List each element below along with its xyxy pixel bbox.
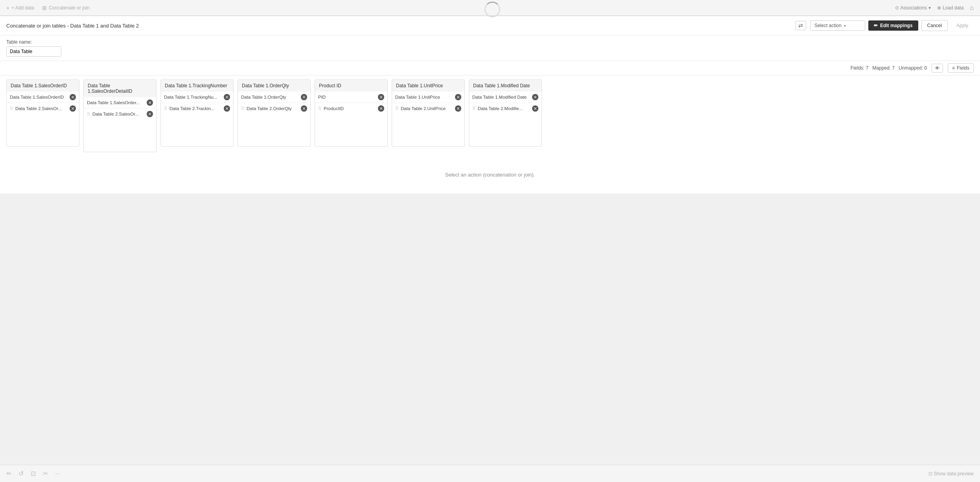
remove-field-button[interactable]: ×	[378, 94, 384, 100]
remove-field-button[interactable]: ×	[301, 105, 307, 112]
close-icon: ×	[70, 105, 76, 112]
row-text: Data Table 2.SalesOr...	[92, 112, 145, 116]
top-right-actions: ⊙ Associations ▾ ⊕ Load data ⌂	[895, 4, 974, 11]
grid-tool-button[interactable]: ⊡	[31, 470, 36, 477]
main-panel: Concatenate or join tables - Data Table …	[0, 16, 980, 193]
column-header: Data Table 1.OrderQty	[238, 79, 311, 92]
associations-button[interactable]: ⊙ Associations ▾	[895, 5, 931, 11]
remove-field-button[interactable]: ×	[455, 94, 461, 100]
remove-field-button[interactable]: ×	[532, 94, 538, 100]
chevron-down-icon: ▾	[844, 24, 846, 28]
table2-row: ⠿Data Table 2.Trackin...×	[161, 103, 233, 114]
close-icon: ×	[301, 94, 307, 100]
remove-field-button[interactable]: ×	[301, 94, 307, 100]
column-card: Product IDPID×⠿ProductID×	[315, 79, 388, 152]
row-text: PID	[318, 95, 376, 99]
close-icon: ×	[378, 94, 384, 100]
cancel-button[interactable]: Cancel	[921, 20, 948, 31]
mapped-count: Mapped: 7	[872, 65, 895, 71]
close-icon: ×	[224, 105, 230, 112]
column-card: Data Table 1.SalesOrderDetailIDData Tabl…	[83, 79, 157, 152]
column-header: Data Table 1.SalesOrderDetailID	[83, 79, 157, 97]
close-icon: ×	[455, 94, 461, 100]
remove-field-button[interactable]: ×	[147, 111, 153, 117]
panel-actions: Select action ▾ ✏ Edit mappings Cancel A…	[810, 20, 974, 31]
unmapped-count: Unmapped: 0	[899, 65, 927, 71]
table2-row: ⠿ProductID×	[315, 103, 387, 114]
drag-handle-icon[interactable]: ⠿	[395, 106, 398, 111]
fields-button[interactable]: ≡ Fields	[948, 63, 974, 73]
drag-handle-icon[interactable]: ⠿	[87, 112, 90, 117]
table2-row: ⠿Data Table 2.OrderQty×	[238, 103, 310, 114]
column-header: Data Table 1.UnitPrice	[392, 79, 465, 92]
close-icon: ×	[455, 105, 461, 112]
row-text: Data Table 1.SalesOrder...	[87, 100, 145, 105]
drag-handle-icon[interactable]: ⠿	[10, 106, 13, 111]
associations-icon: ⊙	[895, 5, 899, 11]
column-header: Data Table 1.TrackingNumber	[160, 79, 234, 92]
top-toolbar: + + Add data ⊞ Concatenate or join ⊙ Ass…	[0, 0, 980, 16]
row-text: Data Table 1.TrackingNu...	[164, 95, 222, 99]
bottom-message: Select an action (concatenation or join)…	[0, 156, 980, 193]
column-card: Data Table 1.SalesOrderIDData Table 1.Sa…	[6, 79, 79, 152]
home-icon: ⌂	[970, 4, 974, 11]
cut-tool-button[interactable]: ✂	[43, 470, 48, 477]
close-icon: ×	[532, 105, 538, 112]
column-header: Product ID	[315, 79, 388, 92]
column-body: Data Table 1.Modified Date×⠿Data Table 2…	[469, 92, 542, 147]
plus-icon: +	[6, 5, 9, 11]
add-data-button[interactable]: + + Add data	[6, 5, 34, 11]
swap-icon: ⇄	[798, 22, 803, 29]
remove-field-button[interactable]: ×	[532, 105, 538, 112]
load-data-button[interactable]: ⊕ Load data	[937, 5, 963, 11]
table1-row: PID×	[315, 92, 387, 103]
panel-title: Concatenate or join tables - Data Table …	[6, 23, 791, 29]
table1-row: Data Table 1.TrackingNu...×	[161, 92, 233, 103]
column-body: Data Table 1.SalesOrder...×⠿Data Table 2…	[83, 97, 157, 152]
column-body: PID×⠿ProductID×	[315, 92, 388, 147]
select-action-dropdown[interactable]: Select action ▾	[810, 20, 865, 31]
edit-tool-button[interactable]: ✏	[6, 470, 11, 477]
associations-chevron-icon: ▾	[928, 5, 931, 11]
show-data-preview-button[interactable]: ⊡ Show data preview	[928, 471, 974, 476]
eye-button[interactable]: 👁	[932, 64, 943, 73]
remove-field-button[interactable]: ×	[224, 105, 230, 112]
panel-header: Concatenate or join tables - Data Table …	[0, 16, 980, 35]
remove-field-button[interactable]: ×	[455, 105, 461, 112]
drag-handle-icon[interactable]: ⠿	[241, 106, 244, 111]
row-text: ProductID	[324, 106, 376, 111]
table2-row: ⠿Data Table 2.UnitPrice×	[392, 103, 464, 114]
more-tool-button[interactable]: ···	[55, 470, 60, 477]
bottom-toolbar: ✏ ↺ ⊡ ✂ ··· ⊡ Show data preview	[0, 465, 980, 482]
column-card: Data Table 1.OrderQtyData Table 1.OrderQ…	[238, 79, 311, 152]
column-card: Data Table 1.UnitPriceData Table 1.UnitP…	[392, 79, 465, 152]
drag-handle-icon[interactable]: ⠿	[318, 106, 321, 111]
remove-field-button[interactable]: ×	[70, 105, 76, 112]
table1-row: Data Table 1.OrderQty×	[238, 92, 310, 103]
close-icon: ×	[224, 94, 230, 100]
edit-mappings-button[interactable]: ✏ Edit mappings	[868, 20, 918, 31]
home-button[interactable]: ⌂	[970, 4, 974, 11]
drag-handle-icon[interactable]: ⠿	[472, 106, 475, 111]
remove-field-button[interactable]: ×	[224, 94, 230, 100]
column-body: Data Table 1.SalesOrderID×⠿Data Table 2.…	[6, 92, 79, 147]
table2-row: ⠿Data Table 2.SalesOr...×	[84, 109, 156, 120]
remove-field-button[interactable]: ×	[378, 105, 384, 112]
fields-header-bar: Fields: 7 Mapped: 7 Unmapped: 0 👁 ≡ Fiel…	[0, 61, 980, 75]
table1-row: Data Table 1.Modified Date×	[469, 92, 542, 103]
concatenate-join-button[interactable]: ⊞ Concatenate or join	[42, 5, 90, 11]
remove-field-button[interactable]: ×	[147, 99, 153, 106]
table-name-section: Table name:	[0, 35, 980, 61]
row-text: Data Table 2.Modifie...	[478, 106, 531, 111]
table1-row: Data Table 1.SalesOrder...×	[84, 97, 156, 109]
drag-handle-icon[interactable]: ⠿	[164, 106, 167, 111]
swap-button[interactable]: ⇄	[795, 21, 806, 30]
close-icon: ×	[378, 105, 384, 112]
remove-field-button[interactable]: ×	[70, 94, 76, 100]
column-header: Data Table 1.Modified Date	[469, 79, 542, 92]
apply-button[interactable]: Apply	[951, 20, 974, 31]
table-name-input[interactable]	[6, 46, 61, 57]
select-action-label: Select action	[814, 23, 842, 28]
column-body: Data Table 1.OrderQty×⠿Data Table 2.Orde…	[238, 92, 311, 147]
undo-tool-button[interactable]: ↺	[18, 470, 24, 477]
